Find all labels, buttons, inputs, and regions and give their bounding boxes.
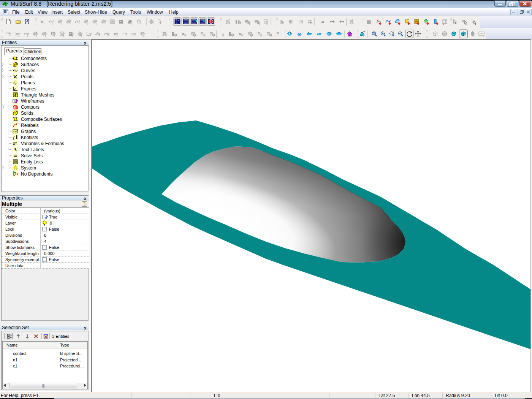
svg-text:1/2: 1/2: [6, 32, 10, 34]
svg-text:d: d: [311, 22, 312, 25]
svg-text:x=: x=: [13, 141, 17, 146]
svg-text:A: A: [13, 147, 17, 152]
svg-text:x=: x=: [131, 32, 135, 36]
